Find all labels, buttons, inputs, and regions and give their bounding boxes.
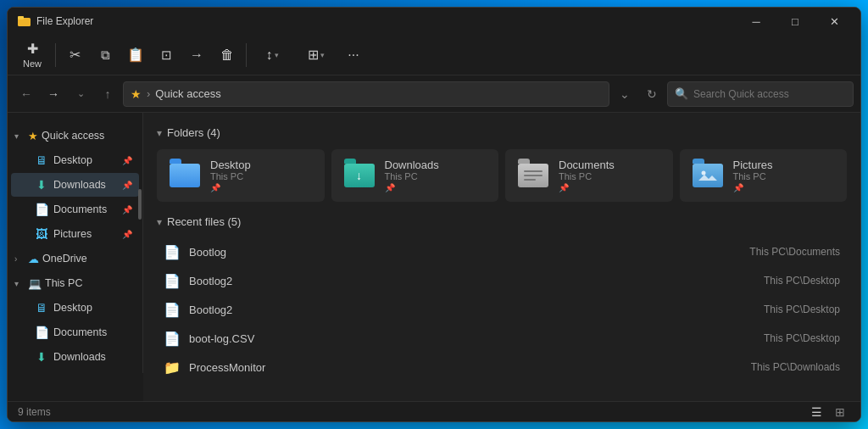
main-content: ▾ ★ Quick access 🖥 Desktop 📌 ⬇ Downloads…: [8, 113, 860, 401]
file-bootlog-location: This PC\Documents: [704, 246, 840, 258]
file-bootlog-icon: 📄: [164, 244, 181, 260]
toolbar-separator-1: [55, 43, 56, 67]
sidebar-item-pictures[interactable]: 🖼 Pictures 📌: [11, 222, 139, 246]
status-view-controls: ☰ ⊞: [806, 404, 850, 421]
file-processmonitor-location: This PC\Downloads: [704, 361, 840, 373]
list-view-button[interactable]: ☰: [806, 404, 826, 421]
sidebar-documents-label: Documents: [53, 203, 117, 215]
view-button[interactable]: ⊞ ▾: [296, 42, 337, 69]
file-row-bootlog2b[interactable]: 📄 Bootlog2 This PC\Desktop: [157, 296, 847, 323]
sidebar-item-downloads[interactable]: ⬇ Downloads 📌: [11, 173, 139, 197]
folder-documents-sub: This PC: [559, 171, 662, 181]
sidebar-pc-desktop[interactable]: 🖥 Desktop: [11, 296, 139, 320]
folder-downloads-info: Downloads This PC 📌: [385, 159, 488, 192]
file-row-processmonitor[interactable]: 📁 ProcessMonitor This PC\Downloads: [157, 354, 847, 381]
sort-icon: ↕: [266, 47, 273, 63]
pin-icon: 📌: [122, 156, 132, 165]
new-label: New: [23, 58, 42, 69]
minimize-button[interactable]: ─: [737, 8, 776, 35]
sidebar-downloads-label: Downloads: [53, 179, 117, 191]
file-bootlog2a-location: This PC\Desktop: [704, 275, 840, 287]
address-input[interactable]: ★ › Quick access: [123, 81, 609, 107]
copy2-icon: ⊡: [161, 47, 172, 63]
paste-button[interactable]: 📋: [122, 42, 149, 69]
grid-view-button[interactable]: ⊞: [830, 404, 850, 421]
sidebar-pc-downloads[interactable]: ⬇ Downloads: [11, 345, 139, 369]
folder-downloads-name: Downloads: [385, 159, 488, 171]
pin-icon-pic: 📌: [122, 230, 132, 239]
more-button[interactable]: ···: [340, 42, 367, 69]
recent-locations-button[interactable]: ⌄: [69, 82, 92, 106]
onedrive-label: OneDrive: [42, 253, 87, 265]
sidebar-pc-documents[interactable]: 📄 Documents: [11, 320, 139, 344]
folder-desktop-pin: 📌: [210, 183, 314, 192]
delete-icon: 🗑: [220, 47, 234, 63]
folder-desktop[interactable]: Desktop This PC 📌: [157, 149, 325, 202]
refresh-button[interactable]: ↻: [640, 82, 664, 106]
quick-access-label: Quick access: [42, 130, 104, 142]
sidebar: ▾ ★ Quick access 🖥 Desktop 📌 ⬇ Downloads…: [8, 113, 143, 373]
up-button[interactable]: ↑: [96, 82, 120, 106]
folder-pictures-sub: This PC: [733, 171, 837, 181]
forward-button[interactable]: →: [42, 82, 65, 106]
pc-desktop-icon: 🖥: [35, 301, 48, 315]
downloads-icon: ⬇: [35, 178, 48, 192]
maximize-button[interactable]: □: [776, 8, 815, 35]
sidebar-pictures-label: Pictures: [53, 228, 117, 240]
new-button[interactable]: ✚ New: [14, 38, 50, 72]
window-title: File Explorer: [36, 15, 93, 27]
search-box[interactable]: 🔍: [667, 81, 854, 107]
thispc-icon: 💻: [28, 277, 42, 290]
folder-downloads[interactable]: ↓ Downloads This PC 📌: [331, 149, 499, 202]
quick-access-icon: ★: [28, 130, 38, 142]
folder-documents-icon: [518, 164, 548, 187]
folders-section-header[interactable]: ▾ Folders (4): [157, 126, 847, 139]
pin-icon-dl: 📌: [122, 181, 132, 190]
sidebar-onedrive-header[interactable]: › ☁ OneDrive: [11, 247, 139, 270]
sidebar-quick-access-header[interactable]: ▾ ★ Quick access: [11, 124, 139, 148]
list-view-icon: ☰: [811, 405, 822, 419]
sidebar-thispc-header[interactable]: ▾ 💻 This PC: [11, 271, 139, 295]
file-row-bootlog2a[interactable]: 📄 Bootlog2 This PC\Desktop: [157, 267, 847, 294]
sort-caret: ▾: [275, 51, 279, 59]
address-separator: ›: [147, 87, 150, 100]
folder-pictures-info: Pictures This PC 📌: [733, 159, 837, 192]
move-button[interactable]: →: [183, 42, 210, 69]
file-row-bootlog-csv[interactable]: 📄 boot-log.CSV This PC\Desktop: [157, 325, 847, 352]
pin-icon-doc: 📌: [122, 205, 132, 214]
documents-icon: 📄: [35, 203, 48, 216]
file-explorer-window: File Explorer ─ □ ✕ ✚ New ✂ ⧉ 📋 ⊡ → 🗑: [7, 7, 861, 422]
search-icon: 🔍: [675, 87, 688, 100]
search-input[interactable]: [693, 88, 846, 100]
folders-chevron: ▾: [157, 127, 162, 139]
view-caret: ▾: [320, 51, 325, 59]
copy2-button[interactable]: ⊡: [153, 42, 180, 69]
move-icon: →: [190, 47, 203, 63]
recent-section-header[interactable]: ▾ Recent files (5): [157, 215, 847, 228]
copy-button[interactable]: ⧉: [92, 42, 119, 69]
folder-downloads-pin: 📌: [385, 183, 488, 192]
folders-grid: Desktop This PC 📌 ↓ Downloads This PC: [157, 149, 847, 202]
more-icon: ···: [348, 47, 359, 63]
folder-documents[interactable]: Documents This PC 📌: [505, 149, 673, 202]
new-icon: ✚: [27, 41, 38, 57]
delete-button[interactable]: 🗑: [214, 42, 241, 69]
cut-button[interactable]: ✂: [61, 42, 88, 69]
address-dropdown-button[interactable]: ⌄: [613, 82, 637, 106]
file-bootlog-name: Bootlog: [189, 246, 696, 259]
sidebar-item-desktop[interactable]: 🖥 Desktop 📌: [11, 148, 139, 172]
file-bootlog-csv-icon: 📄: [164, 331, 181, 347]
sidebar-item-documents[interactable]: 📄 Documents 📌: [11, 198, 139, 221]
folder-desktop-name: Desktop: [210, 159, 314, 171]
title-bar-left: File Explorer: [18, 14, 93, 28]
folder-documents-name: Documents: [559, 159, 662, 171]
back-button[interactable]: ←: [14, 82, 38, 106]
sort-button[interactable]: ↕ ▾: [252, 42, 292, 69]
folder-desktop-icon-wrapper: [168, 159, 202, 192]
folder-pictures[interactable]: Pictures This PC 📌: [680, 149, 848, 202]
download-arrow: ↓: [356, 169, 362, 182]
favorite-icon: ★: [131, 87, 142, 101]
sidebar-scrollbar[interactable]: [138, 189, 142, 220]
close-button[interactable]: ✕: [815, 8, 854, 35]
file-row-bootlog[interactable]: 📄 Bootlog This PC\Documents: [157, 238, 847, 265]
